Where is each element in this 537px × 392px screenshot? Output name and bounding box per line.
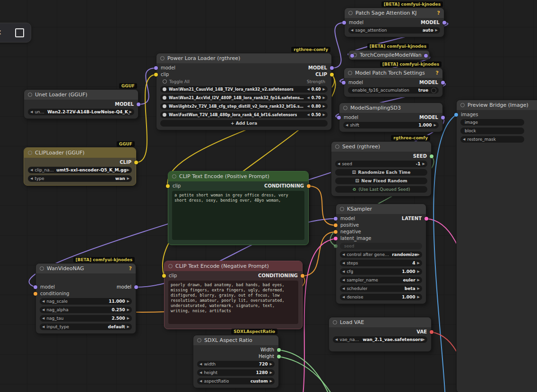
widget-sampler-name[interactable]: ◀sampler_nameeuler▶	[340, 277, 422, 283]
input-port-negative[interactable]	[334, 230, 338, 234]
decrement-arrow[interactable]: ◀	[307, 113, 309, 117]
decrement-arrow[interactable]: ◀	[30, 169, 33, 172]
increment-arrow[interactable]: ▶	[130, 111, 132, 114]
input-port-positive[interactable]	[334, 223, 338, 227]
output-port-conditioning[interactable]	[301, 274, 304, 278]
increment-arrow[interactable]: ▶	[423, 338, 425, 341]
node-titlebar[interactable]: KSampler	[336, 204, 426, 214]
decrement-arrow[interactable]: ◀	[463, 138, 465, 141]
node-model-patch[interactable]: [BETA] comfyui-kjnodesModel Patch Torch …	[344, 68, 443, 97]
input-port-images[interactable]	[454, 113, 458, 117]
prompt-textarea[interactable]: a petite short woman in grey office dres…	[172, 191, 304, 240]
decrement-arrow[interactable]: ◀	[342, 296, 345, 299]
input-port-conditioning[interactable]	[34, 292, 37, 296]
node-sdxl-aspect[interactable]: SDXLAspectRatioSDXL Aspect RatioWidthHei…	[193, 335, 279, 388]
decrement-arrow[interactable]: ◀	[351, 29, 353, 32]
widget-seed[interactable]: seed	[340, 243, 422, 249]
decrement-arrow[interactable]: ◀	[42, 325, 44, 329]
widget-vae-name[interactable]: ◀vae_namewan_2.1_vae.safetensors▶	[333, 336, 427, 343]
lora-toggle[interactable]	[163, 104, 166, 108]
node-clip-loader[interactable]: GGUFCLIPLoader (GGUF)CLIP◀clip_nameumt5-…	[24, 147, 136, 186]
lora-row[interactable]: Wan\FastWan_T2V_14B_480p_lora_rank_64_bf…	[160, 111, 328, 118]
increment-arrow[interactable]: ▶	[417, 296, 420, 299]
widget-nag-alpha[interactable]: ◀nag_alpha0.250▶	[40, 307, 132, 313]
output-port-vae[interactable]	[430, 330, 433, 334]
collapse-dot[interactable]	[460, 103, 465, 107]
node-unet-loader[interactable]: GGUFUnet Loader (GGUF)MODEL◀une ...Wan2.…	[24, 89, 139, 119]
decrement-arrow[interactable]: ◀	[199, 371, 202, 375]
decrement-arrow[interactable]: ◀	[307, 88, 309, 91]
decrement-arrow[interactable]: ◀	[30, 111, 33, 114]
output-port-model[interactable]	[441, 81, 445, 85]
collapse-dot[interactable]	[28, 93, 32, 97]
collapse-dot[interactable]	[40, 266, 44, 271]
decrement-arrow[interactable]: ◀	[42, 300, 44, 303]
output-port-seed[interactable]	[430, 154, 433, 158]
randomize-each-time-button[interactable]: ⚄Randomize Each Time	[335, 169, 427, 176]
increment-arrow[interactable]: ▶	[323, 96, 325, 100]
widget-aspectratio[interactable]: ◀aspectRatiocustom▶	[197, 378, 275, 384]
input-port-clip[interactable]	[162, 274, 166, 278]
increment-arrow[interactable]: ▶	[417, 262, 420, 265]
decrement-arrow[interactable]: ◀	[342, 262, 345, 265]
collapse-dot[interactable]	[333, 320, 337, 324]
widget-denoise[interactable]: ◀denoise1.000▶	[340, 294, 422, 300]
lora-toggle[interactable]	[163, 113, 166, 117]
output-port-model[interactable]	[137, 102, 140, 106]
increment-arrow[interactable]: ▶	[270, 380, 272, 383]
collapse-dot[interactable]	[168, 264, 173, 268]
node-titlebar[interactable]: CLIP Text Encode (Positive Prompt)	[168, 171, 308, 181]
increment-arrow[interactable]: ▶	[127, 325, 130, 329]
decrement-arrow[interactable]: ◀	[42, 317, 44, 320]
increment-arrow[interactable]: ▶	[270, 371, 272, 375]
increment-arrow[interactable]: ▶	[127, 300, 130, 303]
node-titlebar[interactable]: WanVideoNAG?	[36, 264, 136, 273]
widget-block[interactable]: block	[460, 128, 524, 134]
widget-steps[interactable]: ◀steps4▶	[340, 260, 422, 266]
increment-arrow[interactable]: ▶	[323, 105, 325, 108]
use-last-queued-seed-button[interactable]: ♻(Use Last Queued Seed)	[335, 186, 427, 193]
increment-arrow[interactable]: ▶	[270, 363, 272, 366]
collapse-dot[interactable]	[335, 145, 339, 149]
decrement-arrow[interactable]: ◀	[307, 96, 309, 100]
widget-image[interactable]: image	[460, 119, 524, 126]
node-model-sampling[interactable]: ModelSamplingSD3modelMODEL◀shift1.000▶	[339, 102, 443, 132]
help-icon[interactable]: ?	[434, 10, 440, 16]
widget-input-type[interactable]: ◀input_typedefault▶	[40, 324, 132, 330]
help-icon[interactable]: ?	[433, 70, 439, 76]
close-icon[interactable]: ✕	[0, 29, 2, 36]
increment-arrow[interactable]: ▶	[423, 162, 425, 166]
collapse-dot[interactable]	[343, 106, 347, 110]
decrement-arrow[interactable]: ◀	[338, 162, 340, 166]
collapse-dot[interactable]	[28, 151, 32, 155]
input-port-clip[interactable]	[166, 184, 170, 188]
widget-nag-tau[interactable]: ◀nag_tau2.500▶	[40, 315, 132, 322]
decrement-arrow[interactable]: ◀	[346, 124, 348, 127]
output-port-model[interactable]	[442, 21, 446, 25]
widget-seed[interactable]: ◀seed-1▶	[335, 161, 427, 167]
node-torch-compile[interactable]: [BETA] comfyui-kjnodesTorchCompileModelW…	[348, 50, 430, 61]
decrement-arrow[interactable]: ◀	[342, 270, 345, 273]
widget-type[interactable]: ◀typewan▶	[28, 175, 132, 182]
widget-clip-name[interactable]: ◀clip_nameumt5-xxl-encoder-Q5_K_M.gguf▶	[28, 167, 132, 173]
output-port-model[interactable]	[441, 116, 445, 119]
input-port-latent-image[interactable]	[334, 237, 338, 240]
increment-arrow[interactable]: ▶	[434, 124, 436, 127]
output-port-width[interactable]	[277, 348, 281, 352]
decrement-arrow[interactable]: ◀	[342, 279, 345, 282]
increment-arrow[interactable]: ▶	[417, 279, 420, 282]
node-load-vae[interactable]: Load VAEVAE◀vae_namewan_2.1_vae.safetens…	[329, 317, 432, 352]
widget-une[interactable]: ◀une ...Wan2.2-T2V-A14B-LowNoise-Q4_K_M.…	[28, 109, 134, 115]
lora-toggle[interactable]	[163, 96, 166, 100]
decrement-arrow[interactable]: ◀	[199, 363, 202, 366]
input-port-model[interactable]	[337, 116, 341, 119]
node-pos-encode[interactable]: CLIP Text Encode (Positive Prompt)clipCO…	[168, 171, 309, 245]
node-wan-nag[interactable]: [BETA] comfyui-kjnodesWanVideoNAG?modelm…	[35, 263, 136, 334]
widget-sage-attention[interactable]: ◀sage_attentionauto▶	[348, 27, 440, 34]
toggle-all-icon[interactable]	[163, 79, 167, 84]
node-titlebar[interactable]: Preview Bridge (Image)	[457, 100, 537, 110]
node-titlebar[interactable]: TorchCompileModelWan	[348, 50, 430, 60]
widget-restore-mask[interactable]: ◀restore_mask	[460, 136, 524, 143]
increment-arrow[interactable]: ▶	[323, 88, 325, 91]
decrement-arrow[interactable]: ◀	[30, 177, 33, 180]
